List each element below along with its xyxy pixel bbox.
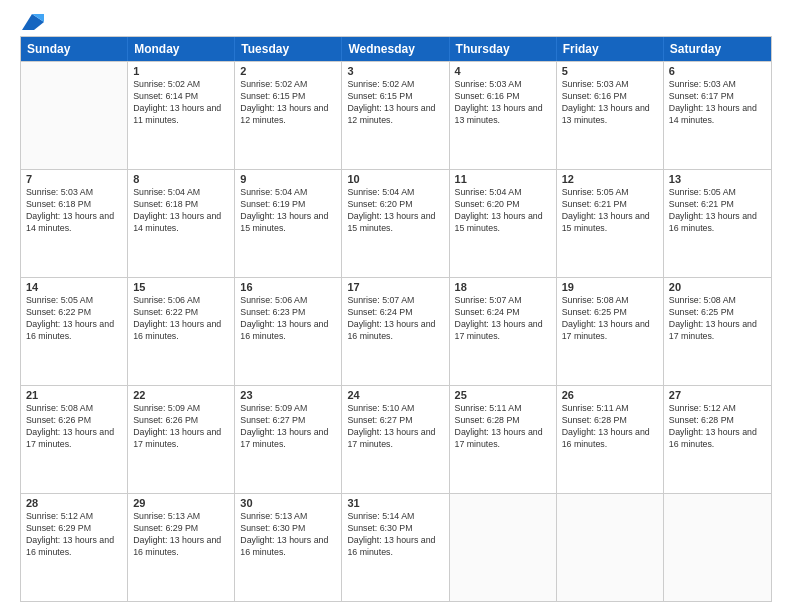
day-number: 27 (669, 389, 766, 401)
day-number: 12 (562, 173, 658, 185)
calendar-cell (557, 494, 664, 601)
day-number: 15 (133, 281, 229, 293)
day-number: 26 (562, 389, 658, 401)
cell-info: Sunrise: 5:03 AMSunset: 6:17 PMDaylight:… (669, 79, 766, 127)
day-number: 31 (347, 497, 443, 509)
day-number: 22 (133, 389, 229, 401)
calendar-cell: 1Sunrise: 5:02 AMSunset: 6:14 PMDaylight… (128, 62, 235, 169)
calendar-row: 7Sunrise: 5:03 AMSunset: 6:18 PMDaylight… (21, 169, 771, 277)
calendar-header: SundayMondayTuesdayWednesdayThursdayFrid… (21, 37, 771, 61)
day-number: 17 (347, 281, 443, 293)
cell-info: Sunrise: 5:03 AMSunset: 6:16 PMDaylight:… (455, 79, 551, 127)
calendar-cell: 30Sunrise: 5:13 AMSunset: 6:30 PMDayligh… (235, 494, 342, 601)
calendar-cell: 24Sunrise: 5:10 AMSunset: 6:27 PMDayligh… (342, 386, 449, 493)
calendar-row: 28Sunrise: 5:12 AMSunset: 6:29 PMDayligh… (21, 493, 771, 601)
cell-info: Sunrise: 5:02 AMSunset: 6:15 PMDaylight:… (347, 79, 443, 127)
weekday-header: Friday (557, 37, 664, 61)
calendar-body: 1Sunrise: 5:02 AMSunset: 6:14 PMDaylight… (21, 61, 771, 601)
cell-info: Sunrise: 5:14 AMSunset: 6:30 PMDaylight:… (347, 511, 443, 559)
page: SundayMondayTuesdayWednesdayThursdayFrid… (0, 0, 792, 612)
calendar-row: 14Sunrise: 5:05 AMSunset: 6:22 PMDayligh… (21, 277, 771, 385)
day-number: 18 (455, 281, 551, 293)
day-number: 24 (347, 389, 443, 401)
cell-info: Sunrise: 5:02 AMSunset: 6:14 PMDaylight:… (133, 79, 229, 127)
calendar-row: 1Sunrise: 5:02 AMSunset: 6:14 PMDaylight… (21, 61, 771, 169)
weekday-header: Thursday (450, 37, 557, 61)
day-number: 21 (26, 389, 122, 401)
calendar-cell: 9Sunrise: 5:04 AMSunset: 6:19 PMDaylight… (235, 170, 342, 277)
cell-info: Sunrise: 5:12 AMSunset: 6:28 PMDaylight:… (669, 403, 766, 451)
day-number: 16 (240, 281, 336, 293)
day-number: 1 (133, 65, 229, 77)
calendar-cell: 6Sunrise: 5:03 AMSunset: 6:17 PMDaylight… (664, 62, 771, 169)
weekday-header: Saturday (664, 37, 771, 61)
weekday-header: Monday (128, 37, 235, 61)
day-number: 20 (669, 281, 766, 293)
day-number: 2 (240, 65, 336, 77)
cell-info: Sunrise: 5:04 AMSunset: 6:18 PMDaylight:… (133, 187, 229, 235)
cell-info: Sunrise: 5:04 AMSunset: 6:20 PMDaylight:… (455, 187, 551, 235)
day-number: 25 (455, 389, 551, 401)
cell-info: Sunrise: 5:03 AMSunset: 6:18 PMDaylight:… (26, 187, 122, 235)
day-number: 28 (26, 497, 122, 509)
calendar-cell (21, 62, 128, 169)
weekday-header: Wednesday (342, 37, 449, 61)
cell-info: Sunrise: 5:08 AMSunset: 6:25 PMDaylight:… (669, 295, 766, 343)
calendar-cell (664, 494, 771, 601)
calendar-cell: 21Sunrise: 5:08 AMSunset: 6:26 PMDayligh… (21, 386, 128, 493)
day-number: 6 (669, 65, 766, 77)
logo-icon (22, 14, 44, 30)
day-number: 4 (455, 65, 551, 77)
day-number: 11 (455, 173, 551, 185)
calendar-cell: 12Sunrise: 5:05 AMSunset: 6:21 PMDayligh… (557, 170, 664, 277)
cell-info: Sunrise: 5:13 AMSunset: 6:29 PMDaylight:… (133, 511, 229, 559)
header (20, 18, 772, 30)
day-number: 23 (240, 389, 336, 401)
calendar-cell: 15Sunrise: 5:06 AMSunset: 6:22 PMDayligh… (128, 278, 235, 385)
calendar-cell: 26Sunrise: 5:11 AMSunset: 6:28 PMDayligh… (557, 386, 664, 493)
calendar-cell: 27Sunrise: 5:12 AMSunset: 6:28 PMDayligh… (664, 386, 771, 493)
cell-info: Sunrise: 5:08 AMSunset: 6:25 PMDaylight:… (562, 295, 658, 343)
cell-info: Sunrise: 5:05 AMSunset: 6:22 PMDaylight:… (26, 295, 122, 343)
calendar-cell: 31Sunrise: 5:14 AMSunset: 6:30 PMDayligh… (342, 494, 449, 601)
logo (20, 18, 44, 30)
calendar-cell: 29Sunrise: 5:13 AMSunset: 6:29 PMDayligh… (128, 494, 235, 601)
cell-info: Sunrise: 5:06 AMSunset: 6:23 PMDaylight:… (240, 295, 336, 343)
calendar-cell: 7Sunrise: 5:03 AMSunset: 6:18 PMDaylight… (21, 170, 128, 277)
calendar-cell: 3Sunrise: 5:02 AMSunset: 6:15 PMDaylight… (342, 62, 449, 169)
day-number: 10 (347, 173, 443, 185)
calendar-row: 21Sunrise: 5:08 AMSunset: 6:26 PMDayligh… (21, 385, 771, 493)
cell-info: Sunrise: 5:09 AMSunset: 6:26 PMDaylight:… (133, 403, 229, 451)
day-number: 8 (133, 173, 229, 185)
cell-info: Sunrise: 5:07 AMSunset: 6:24 PMDaylight:… (455, 295, 551, 343)
cell-info: Sunrise: 5:03 AMSunset: 6:16 PMDaylight:… (562, 79, 658, 127)
cell-info: Sunrise: 5:04 AMSunset: 6:20 PMDaylight:… (347, 187, 443, 235)
calendar-cell: 8Sunrise: 5:04 AMSunset: 6:18 PMDaylight… (128, 170, 235, 277)
calendar-cell: 11Sunrise: 5:04 AMSunset: 6:20 PMDayligh… (450, 170, 557, 277)
calendar-cell: 5Sunrise: 5:03 AMSunset: 6:16 PMDaylight… (557, 62, 664, 169)
calendar-cell: 28Sunrise: 5:12 AMSunset: 6:29 PMDayligh… (21, 494, 128, 601)
calendar-cell: 22Sunrise: 5:09 AMSunset: 6:26 PMDayligh… (128, 386, 235, 493)
cell-info: Sunrise: 5:13 AMSunset: 6:30 PMDaylight:… (240, 511, 336, 559)
cell-info: Sunrise: 5:05 AMSunset: 6:21 PMDaylight:… (669, 187, 766, 235)
cell-info: Sunrise: 5:12 AMSunset: 6:29 PMDaylight:… (26, 511, 122, 559)
weekday-header: Tuesday (235, 37, 342, 61)
day-number: 19 (562, 281, 658, 293)
day-number: 29 (133, 497, 229, 509)
calendar-cell: 2Sunrise: 5:02 AMSunset: 6:15 PMDaylight… (235, 62, 342, 169)
cell-info: Sunrise: 5:02 AMSunset: 6:15 PMDaylight:… (240, 79, 336, 127)
calendar-cell: 14Sunrise: 5:05 AMSunset: 6:22 PMDayligh… (21, 278, 128, 385)
day-number: 9 (240, 173, 336, 185)
day-number: 5 (562, 65, 658, 77)
calendar-cell: 13Sunrise: 5:05 AMSunset: 6:21 PMDayligh… (664, 170, 771, 277)
calendar: SundayMondayTuesdayWednesdayThursdayFrid… (20, 36, 772, 602)
calendar-cell: 25Sunrise: 5:11 AMSunset: 6:28 PMDayligh… (450, 386, 557, 493)
calendar-cell: 4Sunrise: 5:03 AMSunset: 6:16 PMDaylight… (450, 62, 557, 169)
day-number: 7 (26, 173, 122, 185)
cell-info: Sunrise: 5:04 AMSunset: 6:19 PMDaylight:… (240, 187, 336, 235)
cell-info: Sunrise: 5:09 AMSunset: 6:27 PMDaylight:… (240, 403, 336, 451)
day-number: 13 (669, 173, 766, 185)
cell-info: Sunrise: 5:11 AMSunset: 6:28 PMDaylight:… (455, 403, 551, 451)
calendar-cell: 10Sunrise: 5:04 AMSunset: 6:20 PMDayligh… (342, 170, 449, 277)
weekday-header: Sunday (21, 37, 128, 61)
